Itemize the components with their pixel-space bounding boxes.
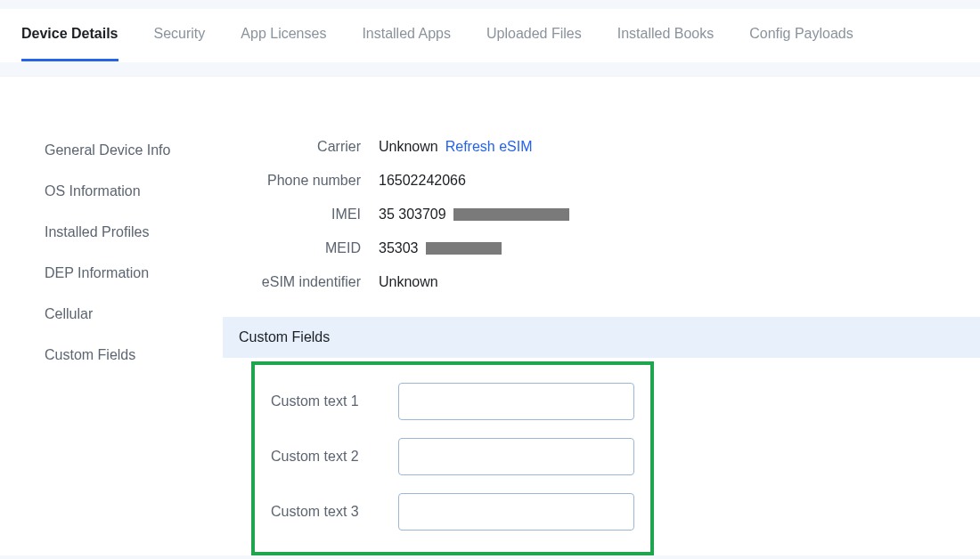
- label-phone-number: Phone number: [223, 173, 379, 189]
- redacted-imei-suffix: [453, 208, 569, 221]
- sidebar-item-cellular[interactable]: Cellular: [45, 294, 223, 335]
- input-custom-text-1[interactable]: [398, 383, 634, 420]
- value-phone-number: 16502242066: [379, 173, 466, 189]
- value-meid: 35303: [379, 240, 419, 256]
- tab-uploaded-files[interactable]: Uploaded Files: [486, 9, 582, 61]
- value-carrier: Unknown: [379, 139, 438, 155]
- sidebar-item-installed-profiles[interactable]: Installed Profiles: [45, 212, 223, 253]
- tab-app-licenses[interactable]: App Licenses: [241, 9, 326, 61]
- content-panel: General Device Info OS Information Insta…: [0, 76, 980, 555]
- tab-device-details[interactable]: Device Details: [21, 9, 118, 61]
- redacted-meid-suffix: [426, 242, 502, 255]
- sidebar-item-general-device-info[interactable]: General Device Info: [45, 130, 223, 171]
- label-meid: MEID: [223, 240, 379, 256]
- label-custom-text-2: Custom text 2: [271, 449, 382, 465]
- custom-fields-highlight-box: Custom text 1 Custom text 2 Custom text …: [251, 361, 654, 555]
- value-imei: 35 303709: [379, 207, 446, 223]
- detail-sidebar: General Device Info OS Information Insta…: [0, 130, 223, 555]
- link-refresh-esim[interactable]: Refresh eSIM: [445, 139, 533, 155]
- tab-installed-books[interactable]: Installed Books: [617, 9, 715, 61]
- label-imei: IMEI: [223, 207, 379, 223]
- sidebar-item-dep-information[interactable]: DEP Information: [45, 253, 223, 294]
- label-custom-text-1: Custom text 1: [271, 393, 382, 409]
- tab-config-payloads[interactable]: Config Payloads: [749, 9, 853, 61]
- label-carrier: Carrier: [223, 139, 379, 155]
- tab-bar: Device Details Security App Licenses Ins…: [0, 9, 980, 62]
- section-heading-custom-fields: Custom Fields: [223, 317, 980, 358]
- sidebar-item-custom-fields[interactable]: Custom Fields: [45, 335, 223, 376]
- tab-installed-apps[interactable]: Installed Apps: [362, 9, 451, 61]
- input-custom-text-3[interactable]: [398, 493, 634, 531]
- detail-content: Carrier Unknown Refresh eSIM Phone numbe…: [223, 130, 980, 555]
- label-esim-identifier: eSIM indentifier: [223, 274, 379, 290]
- label-custom-text-3: Custom text 3: [271, 504, 382, 520]
- tab-security[interactable]: Security: [154, 9, 206, 61]
- input-custom-text-2[interactable]: [398, 438, 634, 475]
- value-esim-identifier: Unknown: [379, 274, 438, 290]
- sidebar-item-os-information[interactable]: OS Information: [45, 171, 223, 212]
